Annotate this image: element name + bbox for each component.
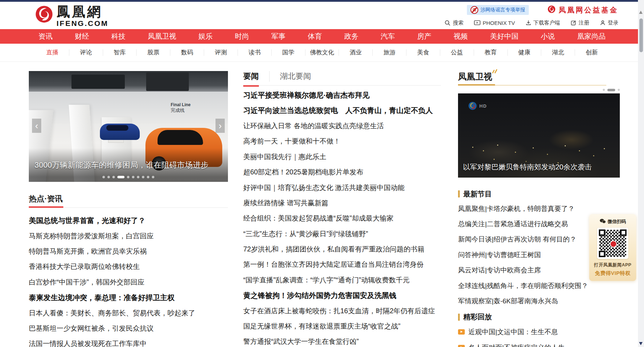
secondary-nav-item[interactable]: 健康 — [508, 49, 542, 56]
secondary-nav-item[interactable]: 国学 — [272, 49, 305, 56]
video-pager-dot[interactable] — [607, 89, 615, 91]
video-city-lights — [472, 147, 473, 148]
secondary-nav-item[interactable]: 评论 — [69, 49, 103, 56]
secondary-nav-item[interactable]: 旅游 — [373, 49, 406, 56]
replay-item[interactable]: 名人面对面|不被疾病定义的人生 — [458, 340, 620, 347]
page-scrollbar[interactable] — [638, 0, 644, 347]
news-tab[interactable]: 湖北要闻 — [269, 71, 311, 82]
primary-nav-item[interactable]: 房产 — [417, 32, 431, 41]
hot-news-headline[interactable]: 香港科技大学已录取两位哈佛转校生 — [29, 259, 228, 274]
top-news-headline[interactable]: 美丽中国我先行｜惠此乐土 — [243, 149, 441, 164]
scrollbar-thumb[interactable] — [639, 18, 643, 52]
hero-carousel[interactable]: Final Line 完成线 3000万辆新能源车的维修困局，谁在阻碍市场进步 … — [29, 71, 228, 182]
hot-news-headline[interactable]: 法国一情报人员被发现死在工作车库中 — [29, 336, 228, 347]
primary-nav-item[interactable]: 时尚 — [235, 32, 249, 41]
top-news-headline[interactable]: 让环保融入日常 各地的温暖实践点亮绿意生活 — [243, 118, 441, 134]
ifeng-logo[interactable]: 鳳凰網 IFENG.COM — [34, 5, 108, 28]
carousel-dot[interactable] — [102, 176, 105, 178]
news-tabs: 要闻湖北要闻 — [243, 71, 441, 86]
video-pager-dot[interactable] — [618, 89, 620, 91]
primary-nav-item[interactable]: 体育 — [308, 32, 322, 41]
primary-nav-item[interactable]: 凰家尚品 — [577, 32, 606, 41]
carousel-caption[interactable]: 3000万辆新能源车的维修困局，谁在阻碍市场进步 — [34, 160, 208, 170]
top-news-headline[interactable]: 赓续丝路情缘 谱写共赢新篇 — [243, 195, 441, 211]
carousel-dot[interactable] — [132, 176, 134, 178]
carousel-dot[interactable] — [117, 176, 124, 178]
top-news-headline[interactable]: 经合组织：美国发起贸易战遭“反噬”却成最大输家 — [243, 211, 441, 226]
hot-news-headline[interactable]: 马斯克称特朗普涉爱泼斯坦案，白宫回应 — [29, 228, 228, 243]
logo-en-text: IFENG.COM — [57, 19, 108, 28]
top-news-headline[interactable]: “国学直播”乱象调查：“学八字”“通奇门”动辄收费数千元 — [243, 272, 441, 288]
top-news-headline[interactable]: 警方通报“武汉大学一学生在食堂行凶” — [243, 334, 441, 347]
top-news-headline[interactable]: 国足无缘世界杯，有球迷欲退票重庆主场“收官之战” — [243, 319, 441, 334]
login-link[interactable]: 登录 — [600, 20, 618, 26]
scrollbar-down-arrow-icon[interactable] — [639, 342, 643, 345]
secondary-nav-item[interactable]: 智库 — [103, 49, 137, 56]
primary-nav-item[interactable]: 财经 — [75, 32, 89, 41]
carousel-dot[interactable] — [137, 176, 139, 178]
top-news-headline[interactable]: 第一例！台胞张立齐因持大陆定居证遭台当局注销台湾身份 — [243, 257, 441, 272]
hot-news-headline[interactable]: 美国总统与世界首富，光速和好了？ — [29, 213, 228, 228]
primary-nav-item[interactable]: 资讯 — [38, 32, 53, 41]
wechat-qr-panel[interactable]: 微信扫码 打开凤凰新闻APP 免费得VIP特权 — [589, 214, 636, 281]
primary-nav-item[interactable]: 政务 — [344, 32, 358, 41]
top-news-headline[interactable]: 72岁洪礼和，搞团团伙伙，私自阅看有严重政治问题的书籍 — [243, 242, 441, 257]
secondary-nav-item[interactable]: 创新 — [575, 49, 608, 56]
top-news-headline[interactable]: 黄之锋被拘！涉勾结外国势力危害国安及洗黑钱 — [243, 288, 441, 303]
top-news-headline[interactable]: 好评中国｜培育弘扬生态文化 激活共建美丽中国动能 — [243, 180, 441, 195]
hot-news-headline[interactable]: 特朗普马斯克开撕，欧洲官员幸灾乐祸 — [29, 244, 228, 259]
carousel-dot[interactable] — [127, 176, 129, 178]
hot-news-headline[interactable]: 白宫炒作“中国干涉”，韩国外交部回应 — [29, 275, 228, 290]
replay-item[interactable]: 近观中国|文运中国：生生不息 — [458, 324, 620, 340]
register-link[interactable]: 注册 — [571, 20, 589, 26]
secondary-nav-item[interactable]: 评测 — [204, 49, 238, 56]
carousel-dot[interactable] — [112, 176, 115, 178]
scrollbar-up-arrow-icon[interactable] — [639, 11, 643, 14]
news-tab[interactable]: 要闻 — [243, 71, 259, 82]
carousel-dot[interactable] — [142, 176, 144, 178]
hot-news-headline[interactable]: 日本人看傻：美财长、商务部长、贸易代表，吵起来了 — [29, 305, 228, 320]
secondary-nav-item[interactable]: 读书 — [238, 49, 272, 56]
secondary-nav-item[interactable]: 直播 — [36, 49, 69, 56]
search-button[interactable]: 搜索 — [445, 20, 463, 26]
secondary-nav-item[interactable]: 股票 — [137, 49, 170, 56]
carousel-prev-button[interactable]: ‹ — [32, 119, 41, 133]
top-news-headline[interactable]: 女子在酒店床上被毒蛇咬伤：扎16支血清，时隔2年仍有后遗症 — [243, 303, 441, 318]
carousel-dot[interactable] — [107, 176, 110, 178]
top-news-headline[interactable]: 习近平接受班禅额尔德尼·确吉杰布拜见 — [243, 87, 441, 103]
primary-nav-item[interactable]: 凤凰卫视 — [148, 32, 176, 41]
download-client-link[interactable]: 下载客户端 — [526, 20, 560, 26]
featured-video[interactable]: HD 以军对黎巴嫩贝鲁特南郊发动20余次袭击 — [458, 93, 620, 178]
hot-news-headline[interactable]: 泰柬发生边境冲突，泰总理：准备好捍卫主权 — [29, 290, 228, 305]
primary-nav-item[interactable]: 视频 — [454, 32, 468, 41]
video-caption[interactable]: 以军对黎巴嫩贝鲁特南郊发动20余次袭击 — [463, 162, 592, 172]
top-news-section: 要闻湖北要闻 习近平接受班禅额尔德尼·确吉杰布拜见习近平向波兰当选总统致贺电 人… — [243, 71, 441, 347]
secondary-nav-item[interactable]: 湖北 — [541, 49, 575, 56]
top-news-headline[interactable]: 超60部定档！2025暑期档电影片单发布 — [243, 164, 441, 180]
rumor-report-badge[interactable]: 谣 涉网络谣言专项举报 — [467, 5, 529, 15]
top-news-headline[interactable]: “三北”生态行：从“黄沙蔽日”到“绿毯铺野” — [243, 226, 441, 242]
secondary-nav-item[interactable]: 酒业 — [339, 49, 373, 56]
secondary-nav-item[interactable]: 美食 — [406, 49, 440, 56]
primary-nav-item[interactable]: 军事 — [271, 32, 286, 41]
hot-news-headline[interactable]: 巴基斯坦一少女网红被杀，引发民众抗议 — [29, 321, 228, 336]
secondary-nav-item[interactable]: 公益 — [440, 49, 474, 56]
charity-fund-link[interactable]: 凤凰网公益基金 — [547, 5, 618, 15]
secondary-nav-item[interactable]: 佛教文化 — [305, 49, 339, 56]
primary-nav-item[interactable]: 娱乐 — [198, 32, 213, 41]
primary-nav-item[interactable]: 科技 — [111, 32, 126, 41]
program-headline[interactable]: 军情观察室|轰-6K部署南海永兴岛 — [458, 293, 620, 309]
top-news-headline[interactable]: 高考前一天，十要做和十不做！ — [243, 134, 441, 149]
secondary-nav-item[interactable]: 教育 — [474, 49, 508, 56]
phoenix-tv-link[interactable]: PHOENIX TV — [474, 20, 515, 26]
primary-nav-item[interactable]: 美好中国 — [490, 32, 518, 41]
carousel-dot[interactable] — [152, 176, 154, 178]
primary-nav-item[interactable]: 小说 — [541, 32, 555, 41]
carousel-dot[interactable] — [147, 176, 149, 178]
video-pager-dot[interactable] — [603, 89, 605, 91]
top-news-headline[interactable]: 习近平向波兰当选总统致贺电 人不负青山，青山定不负人 — [243, 103, 441, 118]
secondary-nav-item[interactable]: 数码 — [170, 49, 204, 56]
secondary-nav: 直播评论智库股票数码评测读书国学佛教文化酒业旅游美食公益教育健康湖北创新 — [0, 44, 644, 62]
carousel-next-button[interactable]: › — [215, 119, 225, 133]
primary-nav-item[interactable]: 汽车 — [381, 32, 395, 41]
